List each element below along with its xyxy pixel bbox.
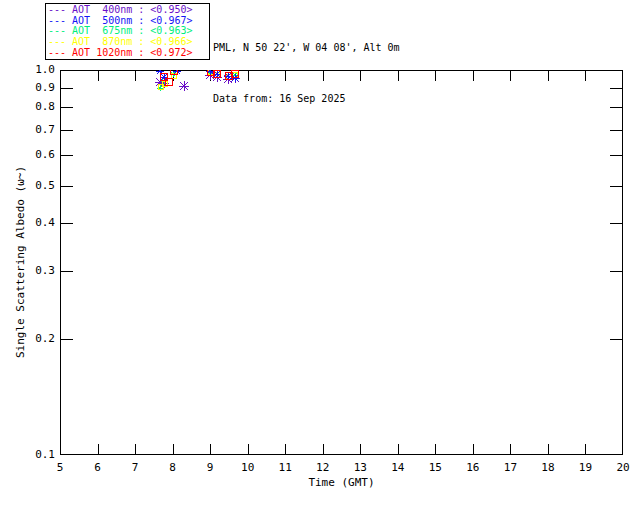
x-tick-label-14: 14 [383, 462, 413, 474]
x-tick-label-7: 7 [120, 462, 150, 474]
y-tick-label-0.1: 0.1 [29, 449, 55, 461]
x-tick-label-5: 5 [45, 462, 75, 474]
legend-item-675nm: --- AOT 675nm : <0.963> [48, 26, 207, 36]
y-tick-label-1.0: 1.0 [29, 64, 55, 76]
y-axis-title: Single Scattering Albedo (ω~) [14, 166, 27, 358]
y-tick-label-0.3: 0.3 [29, 265, 55, 277]
site-location-text: PML, N 50 22', W 04 08', Alt 0m [213, 39, 400, 56]
x-tick-label-19: 19 [570, 462, 600, 474]
x-tick-label-8: 8 [158, 462, 188, 474]
x-axis-title: Time (GMT) [60, 476, 623, 489]
x-tick-label-18: 18 [533, 462, 563, 474]
plot-area [60, 70, 623, 455]
y-tick-label-0.8: 0.8 [29, 101, 55, 113]
x-tick-label-13: 13 [345, 462, 375, 474]
x-tick-label-10: 10 [233, 462, 263, 474]
legend-item-870nm: --- AOT 870nm : <0.966> [48, 37, 207, 47]
legend-item-500nm: --- AOT 500nm : <0.967> [48, 16, 207, 26]
x-tick-label-6: 6 [83, 462, 113, 474]
legend-item-400nm: --- AOT 400nm : <0.950> [48, 5, 207, 15]
x-tick-label-12: 12 [308, 462, 338, 474]
y-tick-label-0.7: 0.7 [29, 124, 55, 136]
y-tick-label-0.5: 0.5 [29, 180, 55, 192]
marker-aot-500nm [160, 73, 168, 81]
x-tick-label-9: 9 [195, 462, 225, 474]
x-tick-label-20: 20 [608, 462, 638, 474]
plot-frame [61, 71, 623, 455]
x-tick-label-17: 17 [495, 462, 525, 474]
y-tick-label-0.2: 0.2 [29, 333, 55, 345]
ssa-plot-figure: --- AOT 400nm : <0.950>--- AOT 500nm : <… [0, 0, 640, 512]
marker-aot-400nm [179, 81, 189, 91]
y-tick-label-0.4: 0.4 [29, 217, 55, 229]
x-tick-label-16: 16 [458, 462, 488, 474]
x-tick-label-11: 11 [270, 462, 300, 474]
legend-box: --- AOT 400nm : <0.950>--- AOT 500nm : <… [45, 3, 210, 60]
legend-item-1020nm: --- AOT 1020nm : <0.972> [48, 48, 207, 58]
y-tick-label-0.9: 0.9 [29, 82, 55, 94]
x-tick-label-15: 15 [420, 462, 450, 474]
y-tick-label-0.6: 0.6 [29, 149, 55, 161]
